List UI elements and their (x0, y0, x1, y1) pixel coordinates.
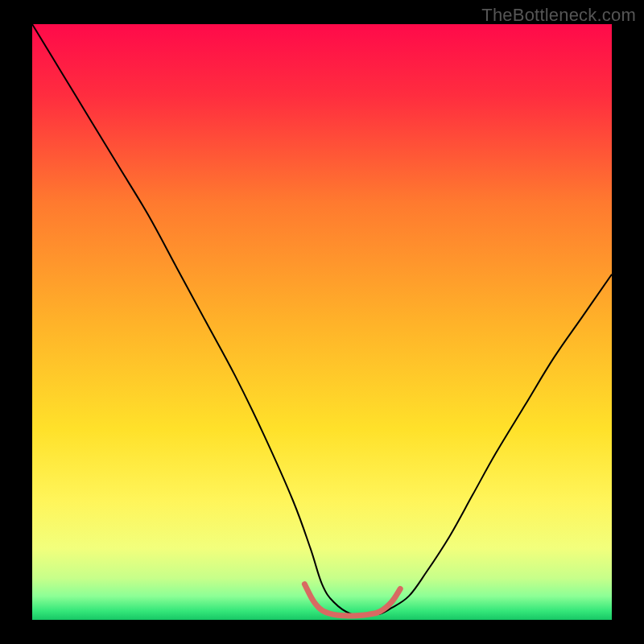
gradient-background (32, 24, 612, 620)
chart-frame: TheBottleneck.com (0, 0, 644, 644)
watermark-text: TheBottleneck.com (481, 5, 636, 26)
bottleneck-chart (0, 0, 644, 644)
